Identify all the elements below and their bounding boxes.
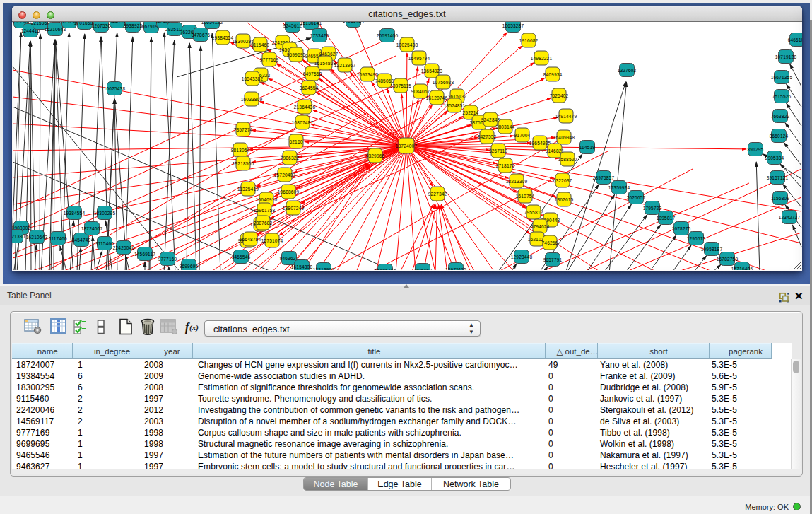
svg-text:1221330: 1221330	[12, 234, 25, 239]
svg-text:9463627: 9463627	[280, 256, 299, 261]
svg-text:8478676: 8478676	[192, 33, 211, 37]
svg-text:14569117: 14569117	[279, 47, 300, 52]
svg-text:1095817: 1095817	[657, 216, 676, 221]
svg-text:891295: 891295	[748, 147, 764, 152]
svg-text:15751074: 15751074	[261, 238, 283, 243]
svg-text:16154808: 16154808	[314, 61, 336, 66]
svg-text:23975857: 23975857	[593, 175, 615, 180]
svg-text:1362615: 1362615	[555, 197, 574, 202]
svg-text:1244415: 1244415	[21, 28, 40, 33]
svg-text:917004: 917004	[514, 133, 531, 138]
svg-text:8186323: 8186323	[252, 73, 271, 78]
svg-text:19384554: 19384554	[64, 211, 86, 216]
svg-text:16210643: 16210643	[26, 235, 48, 240]
svg-text:20691406: 20691406	[377, 33, 399, 38]
svg-text:1678275: 1678275	[672, 226, 691, 231]
svg-text:18724007: 18724007	[81, 226, 103, 231]
svg-text:8990448: 8990448	[541, 218, 560, 223]
svg-text:62160: 62160	[289, 139, 302, 144]
svg-text:16409948: 16409948	[553, 135, 575, 140]
svg-text:9777169: 9777169	[260, 57, 279, 62]
svg-text:10756928: 10756928	[433, 80, 454, 85]
svg-text:10973493: 10973493	[375, 269, 396, 270]
svg-text:9777169: 9777169	[158, 257, 177, 262]
svg-text:9465546: 9465546	[305, 54, 324, 59]
svg-text:1916682: 1916682	[519, 38, 539, 43]
svg-text:1267530: 1267530	[92, 23, 111, 28]
svg-text:2905334: 2905334	[765, 156, 784, 160]
svg-text:2387682: 2387682	[254, 221, 273, 226]
svg-text:8454749: 8454749	[72, 238, 91, 243]
svg-text:22420046: 22420046	[113, 245, 135, 250]
svg-text:17359924: 17359924	[608, 185, 630, 190]
svg-text:14914479: 14914479	[555, 114, 577, 119]
svg-text:7515526: 7515526	[772, 94, 792, 99]
svg-text:8409934: 8409934	[543, 72, 563, 77]
svg-text:7632621: 7632621	[180, 30, 199, 35]
svg-text:15720407: 15720407	[274, 173, 296, 177]
svg-text:1156809: 1156809	[771, 196, 789, 201]
svg-text:7485063: 7485063	[413, 268, 433, 270]
svg-text:9699695: 9699695	[287, 52, 306, 57]
svg-text:18524851: 18524851	[444, 103, 466, 108]
svg-text:114519: 114519	[579, 145, 596, 150]
svg-text:12213967: 12213967	[334, 63, 356, 68]
svg-text:2935114: 2935114	[165, 27, 184, 32]
svg-text:8660124: 8660124	[770, 134, 789, 139]
svg-text:10958187: 10958187	[701, 247, 723, 252]
svg-text:15136141: 15136141	[300, 22, 322, 25]
svg-text:8427552: 8427552	[478, 134, 497, 139]
svg-text:16210643: 16210643	[45, 27, 66, 32]
svg-text:8813054: 8813054	[231, 148, 250, 153]
svg-text:9465546: 9465546	[232, 255, 251, 259]
svg-text:16543382: 16543382	[242, 76, 264, 81]
svg-text:9227342: 9227342	[428, 192, 447, 197]
svg-text:6466102: 6466102	[788, 37, 802, 42]
svg-text:9245612: 9245612	[283, 23, 302, 28]
svg-text:7625402: 7625402	[550, 93, 569, 98]
svg-text:10654122: 10654122	[201, 22, 223, 25]
svg-text:13226058: 13226058	[250, 222, 272, 227]
svg-text:13654923: 13654923	[421, 69, 443, 74]
svg-text:14569117: 14569117	[134, 252, 155, 257]
svg-text:10025438: 10025438	[396, 42, 418, 47]
svg-text:16782759: 16782759	[717, 257, 739, 262]
svg-text:18724007: 18724007	[396, 144, 418, 148]
svg-text:1610754: 1610754	[516, 194, 535, 199]
svg-text:9699695: 9699695	[180, 264, 199, 269]
svg-text:3875685: 3875685	[470, 120, 489, 125]
svg-text:6497568: 6497568	[303, 71, 322, 76]
svg-text:17016504: 17016504	[74, 22, 96, 25]
svg-text:19218506: 19218506	[233, 161, 254, 166]
svg-text:1588520: 1588520	[558, 157, 577, 162]
svg-text:12213967: 12213967	[313, 267, 335, 270]
svg-text:18300295: 18300295	[94, 211, 116, 216]
svg-text:3267110: 3267110	[489, 148, 507, 153]
svg-text:21364436: 21364436	[294, 105, 316, 110]
svg-text:1733426: 1733426	[310, 33, 329, 38]
svg-text:9329966: 9329966	[366, 153, 385, 158]
svg-text:7485063: 7485063	[375, 78, 394, 83]
svg-text:16961758: 16961758	[254, 208, 276, 213]
svg-text:1117460: 1117460	[49, 236, 67, 241]
svg-text:12093822: 12093822	[12, 22, 32, 24]
svg-text:9242848: 9242848	[481, 117, 500, 122]
svg-text:7986322: 7986322	[281, 156, 300, 160]
svg-text:746266: 746266	[542, 240, 558, 245]
svg-text:16648784: 16648784	[240, 237, 261, 242]
svg-text:16640910: 16640910	[256, 197, 278, 202]
svg-text:13975115: 13975115	[445, 267, 466, 270]
svg-text:2803144: 2803144	[496, 124, 515, 129]
svg-text:10973493: 10973493	[357, 72, 379, 77]
svg-text:16154808: 16154808	[291, 264, 313, 269]
svg-text:7663822: 7663822	[771, 114, 790, 119]
svg-text:1621022: 1621022	[528, 237, 547, 242]
svg-text:12342737: 12342737	[779, 215, 801, 220]
svg-text:1795722: 1795722	[643, 206, 662, 211]
svg-text:9084067: 9084067	[411, 89, 430, 94]
svg-text:252214: 252214	[463, 110, 479, 115]
svg-text:22420046: 22420046	[272, 40, 294, 45]
svg-text:14982221: 14982221	[531, 56, 553, 61]
svg-text:16495794: 16495794	[408, 56, 430, 61]
svg-text:11325419: 11325419	[237, 187, 259, 192]
